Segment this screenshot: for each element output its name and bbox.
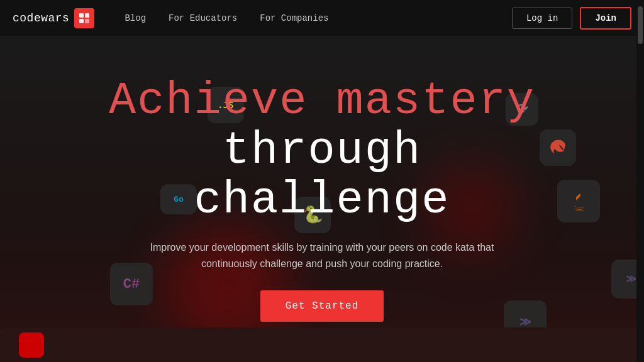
scrollbar-track[interactable] [636,0,644,362]
join-button[interactable]: Join [580,7,631,30]
hero-content: Achieve mastery through challenge Improv… [102,77,542,322]
hero-title-line1: Achieve mastery [102,77,542,126]
get-started-button[interactable]: Get Started [260,290,384,322]
nav-link-companies[interactable]: For Companies [248,0,340,36]
nav-actions: Log in Join [512,7,631,30]
svg-rect-0 [79,13,84,18]
nav-link-blog[interactable]: Blog [113,0,157,36]
bottom-bar-icon [19,332,44,358]
brand-logo[interactable]: codewars [13,8,94,28]
nav-links: Blog For Educators For Companies [113,0,512,36]
svg-rect-2 [79,19,84,23]
hero-section: .JS Go 🐍 C# ≫ ⟳ ≫ Achieve mastery throug… [0,36,644,362]
svg-rect-1 [85,13,89,18]
hero-subtitle: Improve your development skills by train… [146,239,498,272]
svg-rect-3 [85,19,89,23]
login-button[interactable]: Log in [512,8,572,29]
brand-name: codewars [13,12,69,25]
hero-title-line2: through challenge [102,126,542,226]
swift-icon [540,129,576,166]
nav-link-educators[interactable]: For Educators [157,0,248,36]
navbar: codewars Blog For Educators For Companie… [0,0,644,36]
scrollbar-thumb[interactable] [638,6,643,44]
bottom-bar-preview [0,327,644,362]
java-icon [557,180,600,222]
logo-icon [74,8,94,28]
